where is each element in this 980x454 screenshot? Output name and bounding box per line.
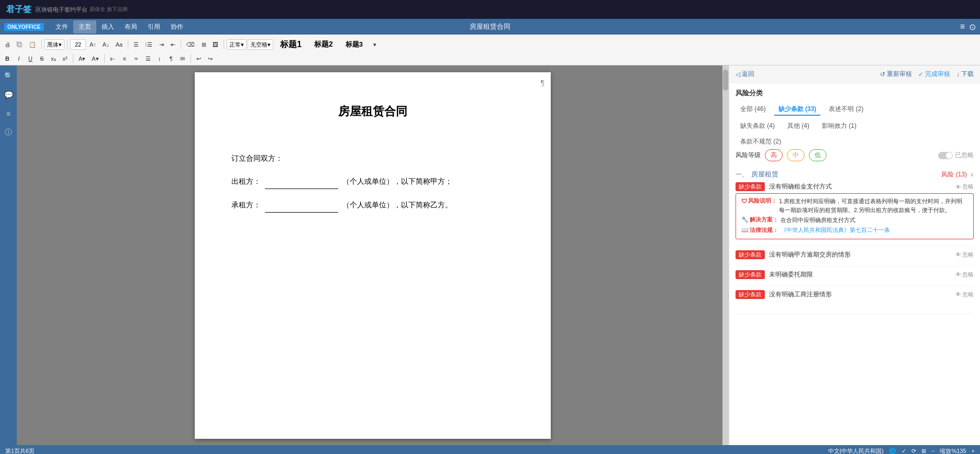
solution-label: 🔧 解决方案： — [741, 216, 778, 224]
risk-section-header[interactable]: 一、 房屋租赁 风险 (13) ∧ — [736, 167, 974, 182]
bold-btn[interactable]: B — [2, 53, 13, 64]
law-row: 📖 法律法规： 《中华人民共和国民法典》第七百二十一条 — [741, 226, 968, 234]
menu-collab[interactable]: 协作 — [165, 20, 188, 34]
highlight-btn[interactable]: A▾ — [76, 53, 88, 64]
doc-area[interactable]: ¶ 房屋租赁合同 订立合同双方： 出租方： （个人或单位），以下简称甲方； 承租… — [17, 65, 729, 445]
print-btn[interactable]: 🖨 — [2, 39, 13, 50]
main-content: 🔍 💬 ≡ ⓘ ¶ 房屋租赁合同 订立合同双方： 出租方： （个人或单位），以下… — [0, 65, 980, 445]
comment-icon[interactable]: 💬 — [2, 88, 15, 101]
complete-button[interactable]: ✓ 完成审核 — [918, 70, 950, 79]
indent-btn[interactable]: ⇥ — [156, 39, 166, 50]
eraser-btn[interactable]: ⌫ — [184, 39, 197, 50]
outdent-btn[interactable]: ⇤ — [168, 39, 178, 50]
ignore-link-2[interactable]: 👁 忽略 — [955, 251, 974, 259]
cat-other[interactable]: 其他 (4) — [783, 120, 814, 132]
doc-title: 房屋租赁合同 — [470, 22, 510, 31]
font-size-input[interactable] — [70, 39, 86, 50]
recheck-button[interactable]: ↺ 重新审核 — [880, 70, 912, 79]
fit-icon[interactable]: ⊞ — [921, 448, 926, 455]
level-low[interactable]: 低 — [809, 149, 827, 161]
menu-file[interactable]: 文件 — [50, 20, 73, 34]
check-icon: ✓ — [918, 71, 923, 78]
style-nospace-dropdown[interactable]: 无空格▾ — [248, 39, 273, 50]
risk-tag-4: 缺少条款 — [736, 290, 765, 299]
sep8 — [191, 54, 191, 63]
heading3-btn[interactable]: 标题3 — [340, 37, 369, 52]
align-center-btn[interactable]: ≡ — [119, 53, 130, 64]
tenant-field[interactable] — [265, 197, 338, 213]
list2-btn[interactable]: ⁝☰ — [142, 39, 155, 50]
law-link[interactable]: 《中华人民共和国民法典》第七百二十一条 — [781, 226, 890, 234]
landlord-field[interactable] — [265, 174, 338, 189]
level-mid[interactable]: 中 — [787, 149, 805, 161]
list-icon[interactable]: ≡ — [2, 107, 15, 120]
recheck-icon: ↺ — [880, 71, 885, 78]
user-icon[interactable]: ⊙ — [969, 22, 976, 32]
paste-btn[interactable]: 📋 — [26, 39, 39, 50]
back-button[interactable]: ◁ 返回 — [736, 70, 754, 79]
cat-unclear[interactable]: 表述不明 (2) — [824, 103, 868, 116]
superscript-btn[interactable]: x² — [60, 53, 70, 64]
font-aa-btn[interactable]: Aa — [113, 39, 125, 50]
cat-effect[interactable]: 影响效力 (1) — [817, 120, 861, 132]
linesp-btn[interactable]: ↕ — [154, 53, 165, 64]
spell-icon: ✓ — [901, 448, 906, 455]
track-icon: ⟳ — [911, 448, 916, 455]
subscript-btn[interactable]: x₂ — [48, 53, 59, 64]
cat-nonstandard[interactable]: 条款不规范 (2) — [736, 136, 786, 147]
zoom-level: 缩放%135 — [940, 447, 966, 455]
zoom-in-btn[interactable]: + — [972, 448, 975, 454]
risk-desc-3: 未明确委托期限 — [769, 270, 951, 279]
font-dec-btn[interactable]: A↓ — [100, 39, 112, 50]
doc-scrollbar[interactable] — [722, 65, 729, 445]
table-btn[interactable]: ⊞ — [198, 39, 209, 50]
font-inc-btn[interactable]: A↑ — [87, 39, 99, 50]
app-name: ONLYOFFICE — [4, 23, 44, 31]
solution-row: 🔧 解决方案： 在合同中应明确房租支付方式 — [741, 216, 968, 225]
ignore-toggle[interactable]: 已忽略 — [938, 151, 974, 160]
ignore-link-1[interactable]: 👁 忽略 — [955, 183, 974, 191]
menu-insert[interactable]: 插入 — [96, 20, 119, 34]
ignore-link-3[interactable]: 👁 忽略 — [955, 271, 974, 279]
risk-desc-2: 没有明确甲方逾期交房的情形 — [769, 250, 951, 259]
hamburger-icon[interactable]: ≡ — [960, 22, 965, 31]
cat-lost[interactable]: 缺失条款 (4) — [736, 120, 779, 132]
zoom-out-btn[interactable]: − — [931, 448, 934, 454]
font-name-dropdown[interactable]: 黑体▾ — [44, 39, 64, 50]
list-btn[interactable]: ☰ — [131, 39, 141, 50]
email-btn[interactable]: ✉ — [177, 53, 188, 64]
align-justify-btn[interactable]: ☰ — [143, 53, 153, 64]
underline-btn[interactable]: U — [25, 53, 36, 64]
undo-btn[interactable]: ↩ — [194, 53, 204, 64]
fontcolor-btn[interactable]: A▾ — [89, 53, 101, 64]
menu-layout[interactable]: 布局 — [119, 20, 142, 34]
left-sidebar: 🔍 💬 ≡ ⓘ — [0, 65, 17, 445]
search-icon[interactable]: 🔍 — [2, 70, 15, 82]
download-icon: ↓ — [956, 71, 960, 78]
redo-btn[interactable]: ↪ — [205, 53, 216, 64]
risk-tag-3: 缺少条款 — [736, 270, 765, 279]
heading1-btn[interactable]: 标题1 — [274, 37, 307, 52]
cat-missing[interactable]: 缺少条款 (33) — [774, 103, 821, 116]
heading2-btn[interactable]: 标题2 — [308, 37, 339, 52]
para-btn[interactable]: ¶ — [166, 53, 176, 64]
info-icon[interactable]: ⓘ — [2, 126, 15, 139]
risk-cats-row1: 全部 (46) 缺少条款 (33) 表述不明 (2) — [736, 103, 974, 116]
style-more-btn[interactable]: ▾ — [370, 39, 380, 50]
img-btn[interactable]: 🖼 — [210, 39, 221, 50]
level-high[interactable]: 高 — [765, 149, 783, 161]
ignore-link-4[interactable]: 👁 忽略 — [955, 291, 974, 298]
italic-btn[interactable]: I — [14, 53, 24, 64]
menu-ref[interactable]: 引用 — [142, 20, 165, 34]
risk-note-content: 1.房租支付时间应明确，可直接通过表格列明每一期的支付时间，并列明每一期款项对应… — [779, 197, 968, 214]
style-normal-dropdown[interactable]: 正常▾ — [227, 39, 247, 50]
menu-home[interactable]: 主页 — [73, 20, 96, 34]
copy-btn[interactable]: ⿻ — [14, 39, 25, 50]
download-button[interactable]: ↓ 下载 — [956, 70, 974, 79]
align-right-btn[interactable]: ⫧ — [131, 53, 142, 64]
strikethrough-btn[interactable]: S — [37, 53, 47, 64]
tenant-line: 承租方： （个人或单位），以下简称乙方。 — [231, 197, 514, 213]
doc-scroll-thumb[interactable] — [723, 70, 728, 91]
cat-all[interactable]: 全部 (46) — [736, 103, 771, 116]
align-left-btn[interactable]: ⫦ — [107, 53, 118, 64]
